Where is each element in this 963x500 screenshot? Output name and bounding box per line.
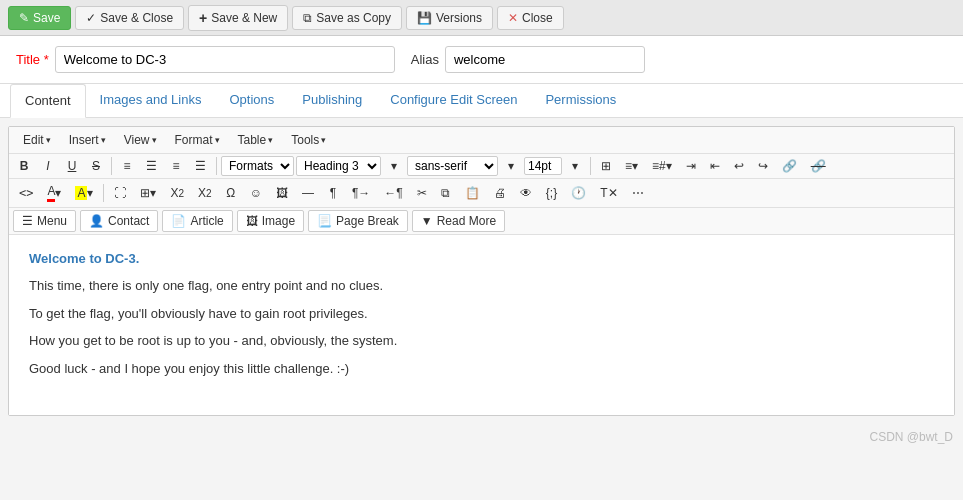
bold-button[interactable]: B <box>13 156 35 176</box>
tab-images-links[interactable]: Images and Links <box>86 84 216 117</box>
subscript-button[interactable]: X2 <box>164 183 190 203</box>
cut-button[interactable]: ✂ <box>411 183 433 203</box>
print-button[interactable]: 🖨 <box>488 183 512 203</box>
content-line-2: To get the flag, you'll obviously have t… <box>29 304 934 324</box>
image-button[interactable]: 🖼 <box>270 183 294 203</box>
link-button[interactable]: 🔗 <box>776 156 803 176</box>
code-button[interactable]: <> <box>13 183 39 203</box>
tab-content[interactable]: Content <box>10 84 86 118</box>
format-menu[interactable]: Format ▾ <box>167 130 228 150</box>
bg-color-indicator: A <box>75 186 87 200</box>
pagebreak-insert-button[interactable]: 📃 Page Break <box>308 210 408 232</box>
ordered-list-button[interactable]: ≡#▾ <box>646 156 678 176</box>
readmore-icon: ▼ <box>421 214 433 228</box>
bg-color-button[interactable]: A▾ <box>69 183 99 203</box>
separator-1 <box>111 157 112 175</box>
paste-button[interactable]: 📋 <box>459 183 486 203</box>
fullscreen-button[interactable]: ⛶ <box>108 183 132 203</box>
tab-options[interactable]: Options <box>215 84 288 117</box>
form-area: Title * Alias <box>0 36 963 84</box>
font-select[interactable]: sans-serif serif monospace <box>407 156 498 176</box>
underline-button[interactable]: U <box>61 156 83 176</box>
content-title: Welcome to DC-3. <box>29 251 934 266</box>
more-button[interactable]: ⋯ <box>626 183 650 203</box>
save-close-button[interactable]: ✓ Save & Close <box>75 6 184 30</box>
word-count-button[interactable]: ⊞ <box>595 156 617 176</box>
edit-menu-arrow: ▾ <box>46 135 51 145</box>
editor-menubar: Edit ▾ Insert ▾ View ▾ Format ▾ Table ▾ … <box>9 127 954 154</box>
watermark: CSDN @bwt_D <box>0 424 963 450</box>
contact-insert-button[interactable]: 👤 Contact <box>80 210 158 232</box>
separator-4 <box>103 184 104 202</box>
heading-dropdown-arrow[interactable]: ▾ <box>383 156 405 176</box>
unordered-list-button[interactable]: ≡▾ <box>619 156 644 176</box>
image-insert-button[interactable]: 🖼 Image <box>237 210 304 232</box>
undo-button[interactable]: ↩ <box>728 156 750 176</box>
alias-input[interactable] <box>445 46 645 73</box>
check-icon: ✓ <box>86 11 96 25</box>
title-required-marker: * <box>44 52 49 67</box>
table-menu[interactable]: Table ▾ <box>230 130 282 150</box>
editor-content[interactable]: Welcome to DC-3. This time, there is onl… <box>9 235 954 415</box>
title-input[interactable] <box>55 46 395 73</box>
format-toolbar-2: <> A▾ A▾ ⛶ ⊞▾ X2 X2 Ω ☺ 🖼 — ¶ ¶→ ←¶ ✂ ⧉ … <box>9 179 954 208</box>
clear-format-button[interactable]: T✕ <box>594 183 623 203</box>
tabs-bar: Content Images and Links Options Publish… <box>0 84 963 118</box>
image-icon: 🖼 <box>246 214 258 228</box>
save-copy-button[interactable]: ⧉ Save as Copy <box>292 6 402 30</box>
paragraph-button[interactable]: ¶ <box>322 183 344 203</box>
align-right-button[interactable]: ≡ <box>165 156 187 176</box>
text-color-indicator: A <box>47 184 55 202</box>
table-button[interactable]: ⊞▾ <box>134 183 162 203</box>
text-color-button[interactable]: A▾ <box>41 181 67 205</box>
clock-button[interactable]: 🕐 <box>565 183 592 203</box>
special-char-button[interactable]: Ω <box>220 183 242 203</box>
tools-menu[interactable]: Tools ▾ <box>283 130 334 150</box>
insert-menu[interactable]: Insert ▾ <box>61 130 114 150</box>
content-line-3: How you get to be root is up to you - an… <box>29 331 934 351</box>
menu-insert-button[interactable]: ☰ Menu <box>13 210 76 232</box>
save-new-button[interactable]: + Save & New <box>188 5 288 31</box>
ltr-button[interactable]: ¶→ <box>346 183 376 203</box>
formats-select[interactable]: Formats <box>221 156 294 176</box>
pagebreak-icon: 📃 <box>317 214 332 228</box>
outdent-button[interactable]: ⇤ <box>704 156 726 176</box>
emoji-button[interactable]: ☺ <box>244 183 268 203</box>
separator-3 <box>590 157 591 175</box>
close-button[interactable]: ✕ Close <box>497 6 564 30</box>
italic-button[interactable]: I <box>37 156 59 176</box>
unlink-button[interactable]: 🔗 <box>805 156 832 176</box>
preview-button[interactable]: 👁 <box>514 183 538 203</box>
table-menu-arrow: ▾ <box>268 135 273 145</box>
view-menu[interactable]: View ▾ <box>116 130 165 150</box>
versions-button[interactable]: 💾 Versions <box>406 6 493 30</box>
tab-permissions[interactable]: Permissions <box>531 84 630 117</box>
edit-menu[interactable]: Edit ▾ <box>15 130 59 150</box>
superscript-button[interactable]: X2 <box>192 183 218 203</box>
heading-select[interactable]: Heading 3 Heading 1 Heading 2 Heading 4 … <box>296 156 381 176</box>
format-menu-arrow: ▾ <box>215 135 220 145</box>
rtl-button[interactable]: ←¶ <box>378 183 408 203</box>
font-size-dropdown-arrow[interactable]: ▾ <box>564 156 586 176</box>
font-dropdown-arrow[interactable]: ▾ <box>500 156 522 176</box>
tools-menu-arrow: ▾ <box>321 135 326 145</box>
tab-publishing[interactable]: Publishing <box>288 84 376 117</box>
source-button[interactable]: {;} <box>540 183 563 203</box>
align-center-button[interactable]: ☰ <box>140 156 163 176</box>
article-insert-button[interactable]: 📄 Article <box>162 210 232 232</box>
indent-button[interactable]: ⇥ <box>680 156 702 176</box>
align-left-button[interactable]: ≡ <box>116 156 138 176</box>
hr-button[interactable]: — <box>296 183 320 203</box>
readmore-insert-button[interactable]: ▼ Read More <box>412 210 505 232</box>
tab-configure-edit[interactable]: Configure Edit Screen <box>376 84 531 117</box>
copy-icon: ⧉ <box>303 11 312 25</box>
redo-button[interactable]: ↪ <box>752 156 774 176</box>
align-justify-button[interactable]: ☰ <box>189 156 212 176</box>
strikethrough-button[interactable]: S <box>85 156 107 176</box>
save-icon: ✎ <box>19 11 29 25</box>
font-size-input[interactable] <box>524 157 562 175</box>
versions-icon: 💾 <box>417 11 432 25</box>
save-button[interactable]: ✎ Save <box>8 6 71 30</box>
copy-btn[interactable]: ⧉ <box>435 183 457 203</box>
insert-menu-arrow: ▾ <box>101 135 106 145</box>
